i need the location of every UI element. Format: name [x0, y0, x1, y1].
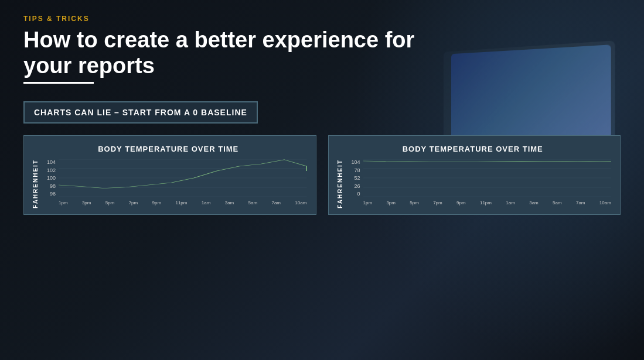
chart1-x-label-6: 1am	[202, 200, 211, 205]
chart2-y-label-0: 104	[346, 159, 362, 165]
chart1-x-labels: 1pm 3pm 5pm 7pm 9pm 11pm 1am 3am 5am 7am…	[59, 197, 307, 208]
section-banner: CHARTS CAN LIE – START FROM A 0 BASELINE	[23, 101, 258, 124]
chart1-x-label-0: 1pm	[59, 200, 68, 205]
chart2-inner: 104 78 52 26 0	[346, 159, 612, 208]
chart1-x-label-3: 7pm	[129, 200, 138, 205]
chart2-y-label-2: 52	[346, 175, 362, 181]
chart2-y-label-1: 78	[346, 167, 362, 173]
chart2-x-label-3: 7pm	[433, 200, 442, 205]
chart1-x-label-2: 5pm	[105, 200, 115, 205]
chart2-y-labels: 104 78 52 26 0	[346, 159, 362, 197]
chart2-x-label-0: 1pm	[363, 200, 373, 205]
chart2-x-label-6: 1am	[506, 200, 515, 205]
charts-row: BODY TEMPERATURE OVER TIME FAHRENHEIT 10…	[23, 135, 621, 215]
chart1-y-label-2: 100	[41, 175, 57, 181]
chart1-y-axis-label: FAHRENHEIT	[30, 159, 41, 208]
chart1-area: FAHRENHEIT 104 102 100 98 96	[30, 159, 307, 208]
chart2-x-label-1: 3pm	[386, 200, 396, 205]
chart2-container: BODY TEMPERATURE OVER TIME FAHRENHEIT 10…	[328, 135, 621, 215]
chart1-x-label-9: 7am	[271, 200, 281, 205]
chart2-x-label-2: 5pm	[410, 200, 419, 205]
subtitle: TIPS & TRICKS	[23, 15, 621, 23]
chart1-x-label-5: 11pm	[175, 200, 187, 205]
chart1-y-label-3: 98	[41, 183, 57, 189]
chart2-x-labels: 1pm 3pm 5pm 7pm 9pm 11pm 1am 3am 5am 7am…	[363, 197, 612, 208]
chart2-x-label-7: 3am	[529, 200, 539, 205]
chart1-x-label-8: 5am	[248, 200, 258, 205]
main-title: How to create a better experience for yo…	[23, 28, 422, 78]
chart2-y-label-4: 0	[346, 191, 362, 197]
chart2-x-label-10: 10am	[599, 200, 611, 205]
chart1-x-label-7: 3am	[225, 200, 234, 205]
chart2-x-label-4: 9pm	[456, 200, 466, 205]
chart1-y-labels: 104 102 100 98 96	[41, 159, 57, 197]
chart2-x-label-9: 7am	[576, 200, 585, 205]
chart2-y-axis-label: FAHRENHEIT	[335, 159, 346, 208]
title-underline	[23, 82, 94, 84]
chart1-svg	[59, 159, 307, 197]
chart2-svg	[363, 159, 612, 197]
chart1-y-label-0: 104	[41, 159, 57, 165]
chart1-x-label-1: 3pm	[82, 200, 91, 205]
chart1-container: BODY TEMPERATURE OVER TIME FAHRENHEIT 10…	[23, 135, 316, 215]
chart2-title: BODY TEMPERATURE OVER TIME	[335, 145, 612, 153]
chart1-inner: 104 102 100 98 96	[41, 159, 307, 208]
chart2-x-label-8: 5am	[553, 200, 562, 205]
chart2-y-label-3: 26	[346, 183, 362, 189]
main-content: TIPS & TRICKS How to create a better exp…	[0, 0, 644, 229]
chart2-svg-area	[363, 159, 612, 197]
chart1-title: BODY TEMPERATURE OVER TIME	[30, 145, 307, 153]
chart1-y-label-4: 96	[41, 191, 57, 197]
section-banner-text: CHARTS CAN LIE – START FROM A 0 BASELINE	[34, 108, 247, 117]
chart1-svg-area	[59, 159, 307, 197]
chart1-x-label-4: 9pm	[152, 200, 162, 205]
chart1-x-label-10: 10am	[295, 200, 306, 205]
chart1-y-label-1: 102	[41, 167, 57, 173]
chart2-area: FAHRENHEIT 104 78 52 26 0	[335, 159, 612, 208]
chart2-x-label-5: 11pm	[480, 200, 492, 205]
